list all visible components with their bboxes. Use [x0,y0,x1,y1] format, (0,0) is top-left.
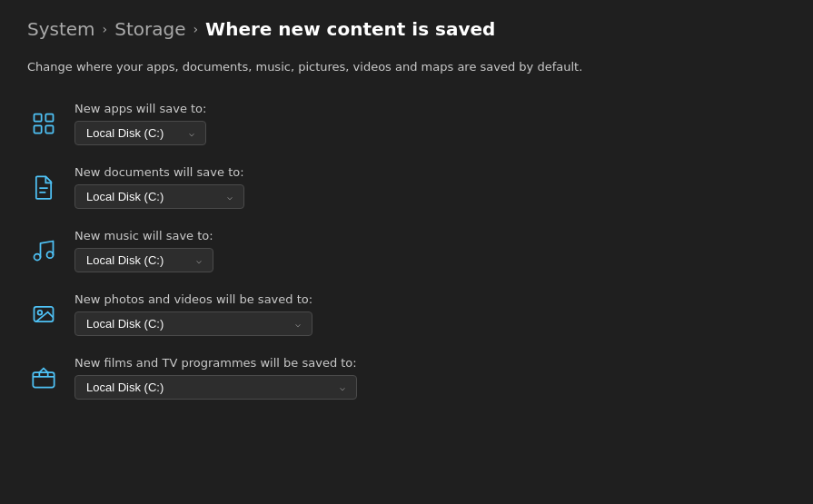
music-dropdown[interactable]: Local Disk (C:) ⌵ [74,248,213,272]
apps-dropdown[interactable]: Local Disk (C:) ⌵ [74,121,206,145]
photos-dropdown[interactable]: Local Disk (C:) ⌵ [74,311,312,336]
films-chevron-icon: ⌵ [340,382,345,392]
setting-row-films: New films and TV programmes will be save… [27,356,786,400]
films-setting-content: New films and TV programmes will be save… [74,356,357,400]
photos-dropdown-value: Local Disk (C:) [86,317,164,331]
apps-dropdown-value: Local Disk (C:) [86,126,164,140]
page-subtitle: Change where your apps, documents, music… [27,58,786,76]
music-icon [27,234,60,267]
films-dropdown-value: Local Disk (C:) [86,380,164,394]
svg-point-7 [47,252,54,258]
music-label: New music will save to: [74,229,213,242]
documents-label: New documents will save to: [74,165,244,179]
music-dropdown-value: Local Disk (C:) [86,253,164,267]
setting-row-documents: New documents will save to: Local Disk (… [27,165,786,209]
photos-chevron-icon: ⌵ [295,319,301,329]
films-dropdown[interactable]: Local Disk (C:) ⌵ [74,375,357,400]
svg-rect-2 [35,125,42,133]
breadcrumb-storage[interactable]: Storage [114,18,185,40]
films-label: New films and TV programmes will be save… [74,356,357,370]
svg-rect-0 [35,114,42,121]
photos-setting-content: New photos and videos will be saved to: … [74,292,312,336]
setting-row-apps: New apps will save to: Local Disk (C:) ⌵ [27,102,786,145]
breadcrumb: System › Storage › Where new content is … [27,18,786,40]
films-icon [27,361,60,394]
svg-rect-10 [33,372,54,387]
apps-label: New apps will save to: [74,102,206,115]
settings-list: New apps will save to: Local Disk (C:) ⌵… [27,102,786,400]
music-chevron-icon: ⌵ [196,255,202,265]
photos-label: New photos and videos will be saved to: [74,292,312,306]
setting-row-photos: New photos and videos will be saved to: … [27,292,786,336]
breadcrumb-separator-2: › [193,22,198,36]
documents-icon [27,171,60,203]
svg-rect-1 [45,114,53,121]
breadcrumb-system[interactable]: System [27,18,95,40]
apps-setting-content: New apps will save to: Local Disk (C:) ⌵ [74,102,206,145]
apps-chevron-icon: ⌵ [189,128,194,138]
breadcrumb-current: Where new content is saved [205,18,495,40]
documents-chevron-icon: ⌵ [227,192,233,202]
music-setting-content: New music will save to: Local Disk (C:) … [74,229,213,272]
svg-point-6 [35,253,41,260]
svg-point-9 [38,310,43,314]
svg-rect-3 [45,125,53,133]
apps-icon [27,107,60,140]
documents-dropdown[interactable]: Local Disk (C:) ⌵ [74,184,244,209]
breadcrumb-separator-1: › [103,22,108,36]
documents-setting-content: New documents will save to: Local Disk (… [74,165,244,209]
setting-row-music: New music will save to: Local Disk (C:) … [27,229,786,272]
photos-icon [27,298,60,331]
documents-dropdown-value: Local Disk (C:) [86,190,164,203]
